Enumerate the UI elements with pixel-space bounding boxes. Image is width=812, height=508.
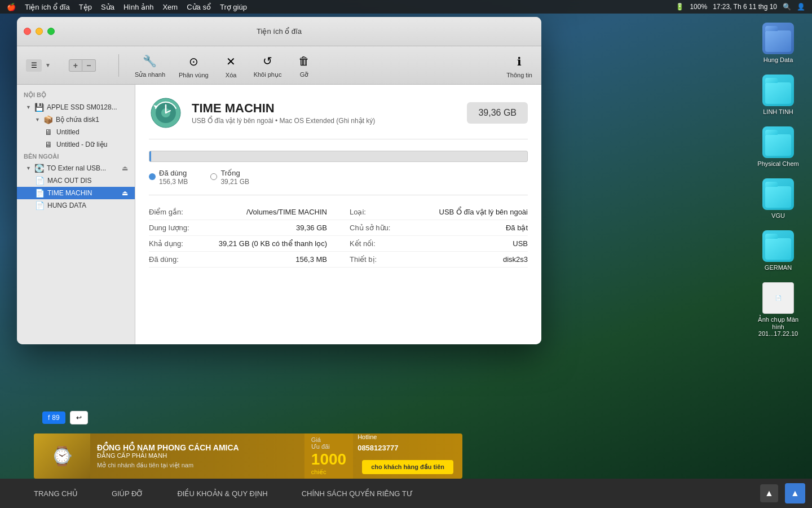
used-dot [149,173,156,180]
sidebar-item-untitled-data[interactable]: 🖥 Untitled - Dữ liệu [17,138,135,151]
restore-label: Khôi phục [254,71,282,78]
desktop-icon-physical-chem[interactable]: Physical Chem [756,126,801,167]
minimize-button[interactable] [36,28,43,35]
used-label: Đã dùng [159,169,187,177]
desktop-icon-german[interactable]: GERMAN [756,230,801,271]
detail-capacity-label: Dung lượng: [149,224,189,232]
footer-link-terms[interactable]: ĐIỀU KHOẢN & QUY ĐỊNH [177,489,267,498]
remove-button[interactable]: − [82,59,96,72]
toolbar-info-button[interactable]: ℹ Thông tin [506,52,532,78]
delete-icon: ✕ [222,52,240,71]
desktop-icon-vgu[interactable]: VGU [756,178,801,219]
desktop-icon-linh-tinh[interactable]: LINH TINH [756,75,801,115]
sidebar-item-container[interactable]: ▼ 📦 Bộ chứa disk1 [17,113,135,126]
container-icon: 📦 [43,115,52,124]
eject-icon[interactable]: ⏏ [122,164,128,172]
time-machine-icon [150,97,182,129]
sidebar-item-untitled-label: Untitled [56,128,128,136]
toolbar-partition-button[interactable]: ⊙ Phân vùng [179,52,209,78]
disk-subtitle: USB Ổ đĩa vật lý bên ngoài • Mac OS Exte… [192,117,458,125]
legend-used: Đã dùng 156,3 MB [149,168,188,186]
info-label: Thông tin [506,72,532,78]
sidebar-item-untitled-data-label: Untitled - Dữ liệu [56,141,128,148]
close-button[interactable] [24,28,31,35]
fix-label: Sửa nhanh [135,71,165,78]
user-icon: 👤 [797,3,805,11]
desktop-icon-hung-data[interactable]: Hung Data [756,23,801,63]
eject-selected-icon[interactable]: ⏏ [122,189,128,197]
fb-count: 89 [52,414,59,422]
sidebar-item-external-usb[interactable]: ▼ 💽 TO Exter nal USB... ⏏ [17,162,135,174]
scroll-top-button[interactable]: ▲ [785,483,805,503]
sidebar-item-external-label: TO Exter nal USB... [47,164,118,172]
apple-menu[interactable]: 🍎 [7,3,16,11]
toolbar-fix-button[interactable]: 🔧 Sửa nhanh [135,52,165,78]
menu-help[interactable]: Trợ giúp [220,3,247,11]
social-share-area: f 89 ↩ [42,411,88,424]
view-sidebar-button[interactable]: ☰ [26,59,42,72]
usage-bar [149,151,528,162]
toolbar-restore-button[interactable]: ↺ Khôi phục [254,52,282,78]
used-value: 156,3 MB [159,178,188,186]
volume-icon-time: 📄 [35,189,44,198]
detail-available-value: 39,21 GB (0 KB có thể thanh lọc) [219,239,327,248]
partition-icon: ⊙ [184,52,202,71]
menu-disk-utility[interactable]: Tiện ích ổ đĩa [25,3,70,11]
disk-header: TIME MACHIN USB Ổ đĩa vật lý bên ngoài •… [149,96,528,139]
main-panel: TIME MACHIN USB Ổ đĩa vật lý bên ngoài •… [135,85,541,344]
disk-title-area: TIME MACHIN USB Ổ đĩa vật lý bên ngoài •… [192,101,458,125]
partition-label: Phân vùng [179,72,209,78]
ad-cta-button[interactable]: cho khách hàng đầu tiên [362,460,453,474]
sidebar-item-untitled[interactable]: 🖥 Untitled [17,126,135,138]
facebook-share-button[interactable]: f 89 [42,411,65,424]
ad-location: Mở chi nhánh đầu tiên tại việt nam [97,462,298,469]
share-button[interactable]: ↩ [70,411,88,424]
view-controls: ☰ ▼ [26,59,51,72]
footer-nav: TRANG CHỦ GIÚP ĐỠ ĐIỀU KHOẢN & QUY ĐỊNH … [34,489,413,498]
search-icon[interactable]: 🔍 [783,3,791,11]
toolbar-right: ℹ Thông tin [506,52,532,78]
menu-file[interactable]: Tệp [79,3,92,11]
ad-subtitle: ĐẲNG CẤP PHẢI MẠNH [97,452,298,459]
used-info: Đã dùng 156,3 MB [159,168,188,186]
window-controls [24,28,55,35]
sidebar-item-time-machine[interactable]: 📄 TIME MACHIN ⏏ [17,187,135,199]
footer-link-privacy[interactable]: CHÍNH SÁCH QUYỀN RIÊNG TƯ [302,489,413,498]
disk-icon: 💾 [34,103,43,112]
ad-text-area: ĐỒNG HỒ NAM PHONG CÁCH AMICA ĐẲNG CẤP PH… [90,439,304,474]
detail-capacity-value: 39,36 GB [296,224,327,232]
sidebar-item-mac-out[interactable]: 📄 MAC OUT DIS [17,174,135,187]
detail-mount-label: Điểm gắn: [149,208,183,216]
desktop-icon-vgu-label: VGU [771,212,785,219]
menu-image[interactable]: Hình ảnh [123,3,154,11]
sidebar-item-apple-ssd[interactable]: ▼ 💾 APPLE SSD SM0128... [17,101,135,113]
add-button[interactable]: + [69,59,82,72]
free-dot [210,173,217,180]
share-icon: ↩ [76,414,82,422]
expand-icon: ▼ [26,104,31,110]
sidebar-section-external: Bên ngoài [17,151,135,162]
sidebar-item-hung-data-label: HUNG DATA [47,202,128,209]
maximize-button[interactable] [47,28,55,35]
sidebar-item-apple-ssd-label: APPLE SSD SM0128... [47,103,128,111]
footer-link-home[interactable]: TRANG CHỦ [34,489,78,498]
detail-used-label: Đã dùng: [149,255,179,264]
view-down-arrow[interactable]: ▼ [45,62,51,68]
volume-icon-data: 🖥 [44,140,53,149]
scroll-up-button[interactable]: ▲ [760,484,778,502]
sidebar-item-hung-data[interactable]: 📄 HUNG DATA [17,199,135,212]
menu-edit[interactable]: Sửa [101,3,114,11]
volume-icon-untitled: 🖥 [44,128,53,137]
footer-link-help[interactable]: GIÚP ĐỠ [112,489,144,498]
menu-window[interactable]: Cửa sổ [187,3,211,11]
ad-hotline-label: Hotline [358,433,458,440]
menu-view[interactable]: Xem [162,3,178,11]
toolbar-erase-button[interactable]: 🗑 Gỡ [295,52,313,78]
detail-connection: Kết nối: USB [338,236,528,252]
clock: 17:23, Th 6 11 thg 10 [713,3,777,11]
toolbar-delete-button[interactable]: ✕ Xóa [222,52,240,78]
ad-banner: ⌚ ĐỒNG HỒ NAM PHONG CÁCH AMICA ĐẲNG CẤP … [34,433,462,479]
detail-used-value: 156,3 MB [295,255,327,264]
desktop-icon-screenshot[interactable]: 📄 Ảnh chụp Màn hình 201...17.22.10 [756,282,801,337]
expand-icon-usb: ▼ [26,165,31,171]
